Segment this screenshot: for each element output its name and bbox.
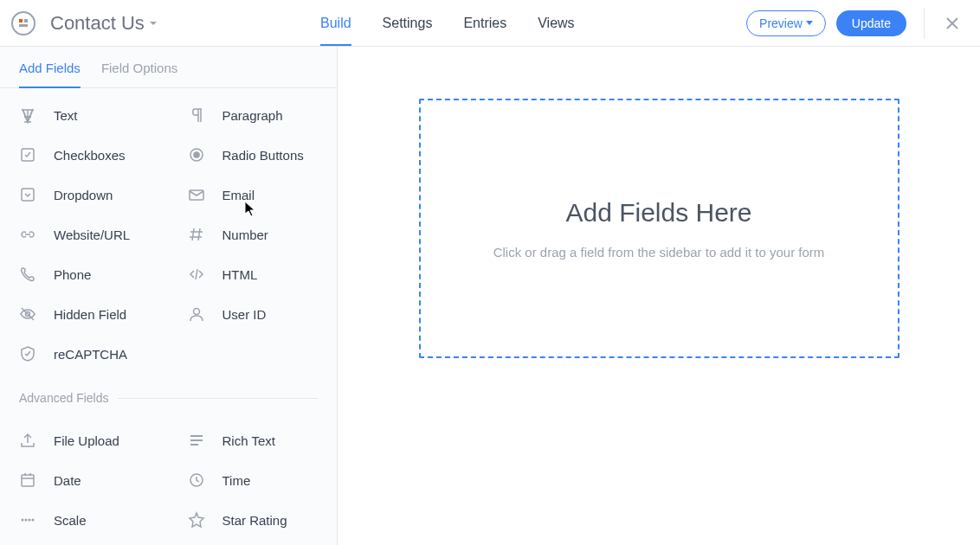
sidebar: Add Fields Field Options Text Paragraph … (0, 47, 338, 545)
field-rich-text[interactable]: Rich Text (169, 420, 338, 460)
svg-point-15 (29, 519, 31, 522)
shield-check-icon (19, 345, 36, 362)
field-dropdown[interactable]: Dropdown (0, 175, 169, 215)
field-number[interactable]: Number (169, 215, 338, 254)
svg-point-6 (194, 152, 199, 157)
email-icon (188, 186, 205, 203)
field-userid[interactable]: User ID (169, 294, 338, 334)
tab-settings[interactable]: Settings (383, 2, 433, 45)
preview-button[interactable]: Preview (746, 10, 826, 36)
dropdown-icon (19, 186, 36, 203)
eye-off-icon (19, 305, 36, 323)
caret-down-icon (806, 21, 813, 26)
field-html[interactable]: HTML (169, 254, 338, 294)
field-recaptcha[interactable]: reCAPTCHA (0, 334, 169, 374)
sidebar-tab-field-options[interactable]: Field Options (101, 61, 177, 87)
update-button[interactable]: Update (836, 10, 906, 36)
svg-rect-3 (19, 24, 28, 27)
clock-icon (188, 471, 205, 489)
radio-icon (188, 146, 205, 164)
upload-icon (19, 432, 36, 449)
svg-rect-7 (22, 189, 34, 201)
top-bar: Contact Us Build Settings Entries Views … (0, 0, 980, 47)
list-icon (188, 432, 205, 449)
scale-icon (19, 511, 36, 529)
field-phone[interactable]: Phone (0, 254, 169, 294)
field-star-rating[interactable]: Star Rating (169, 500, 338, 540)
phone-icon (19, 266, 36, 283)
paragraph-icon (188, 106, 205, 124)
divider (924, 8, 925, 39)
checkbox-icon (19, 146, 36, 164)
drop-zone[interactable]: Add Fields Here Click or drag a field fr… (419, 99, 899, 358)
field-scale[interactable]: Scale (0, 500, 169, 540)
field-hidden[interactable]: Hidden Field (0, 294, 169, 334)
html-code-icon (188, 266, 205, 283)
svg-point-16 (32, 519, 35, 522)
svg-rect-1 (19, 19, 23, 22)
svg-point-14 (25, 519, 28, 522)
svg-rect-11 (22, 475, 34, 486)
drop-zone-title: Add Fields Here (565, 198, 751, 228)
field-email[interactable]: Email (169, 175, 338, 215)
field-radio[interactable]: Radio Buttons (169, 135, 338, 175)
svg-point-13 (22, 519, 24, 522)
text-letter-icon (19, 106, 36, 124)
chevron-down-icon (148, 18, 158, 29)
field-file-upload[interactable]: File Upload (0, 420, 169, 460)
main-tabs: Build Settings Entries Views (320, 2, 575, 45)
user-icon (188, 305, 205, 323)
close-icon[interactable] (942, 8, 963, 39)
tab-build[interactable]: Build (320, 2, 351, 45)
field-text[interactable]: Text (0, 95, 169, 135)
svg-rect-2 (24, 19, 28, 22)
canvas: Add Fields Here Click or drag a field fr… (338, 47, 980, 545)
field-time[interactable]: Time (169, 460, 338, 500)
svg-point-0 (12, 12, 35, 35)
form-title-text: Contact Us (50, 12, 145, 35)
field-url[interactable]: Website/URL (0, 215, 169, 254)
sidebar-tab-add-fields[interactable]: Add Fields (19, 61, 81, 87)
tab-entries[interactable]: Entries (463, 2, 506, 45)
field-paragraph[interactable]: Paragraph (169, 95, 338, 135)
link-icon (19, 226, 36, 243)
svg-point-10 (193, 309, 199, 315)
calendar-icon (19, 471, 36, 489)
advanced-fields-heading: Advanced Fields (0, 381, 337, 414)
field-date[interactable]: Date (0, 460, 169, 500)
tab-views[interactable]: Views (538, 2, 574, 45)
number-hash-icon (188, 226, 205, 243)
field-checkboxes[interactable]: Checkboxes (0, 135, 169, 175)
drop-zone-subtitle: Click or drag a field from the sidebar t… (493, 245, 825, 260)
form-title-dropdown[interactable]: Contact Us (50, 12, 158, 35)
star-icon (188, 511, 205, 529)
app-logo-icon (10, 10, 36, 36)
